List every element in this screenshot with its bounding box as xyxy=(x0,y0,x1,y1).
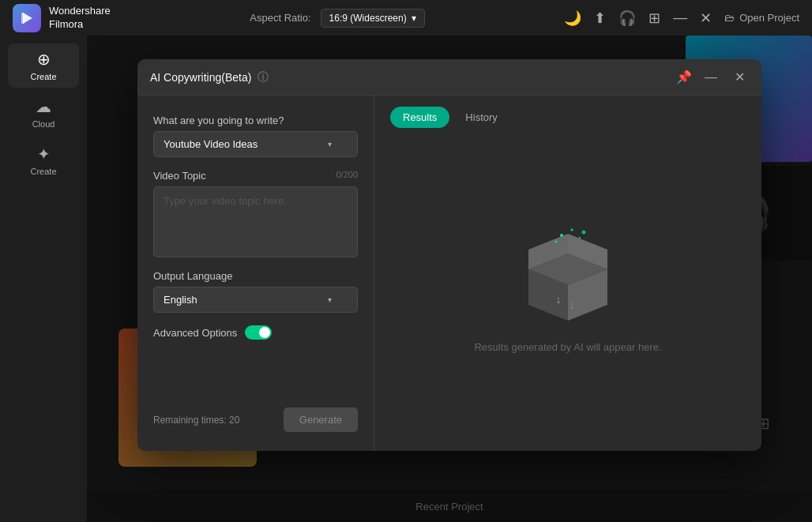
advanced-options-label: Advanced Options xyxy=(153,327,237,339)
remaining-text: Remaining times: 20 xyxy=(153,415,239,426)
app-branding: Wondershare Filmora xyxy=(13,4,111,32)
modal-header: AI Copywriting(Beta) ⓘ 📌 — ✕ xyxy=(137,59,761,96)
modal-overlay: AI Copywriting(Beta) ⓘ 📌 — ✕ What are yo xyxy=(87,36,812,522)
modal-minimize-icon[interactable]: — xyxy=(701,68,720,87)
headphone-icon[interactable]: 🎧 xyxy=(618,9,636,27)
video-topic-group: Video Topic 0/200 xyxy=(153,170,358,257)
write-select[interactable]: Youtube Video Ideas ▾ xyxy=(153,131,358,157)
svg-point-11 xyxy=(582,231,586,235)
svg-rect-1 xyxy=(21,13,24,24)
svg-point-9 xyxy=(579,237,581,238)
empty-state-illustration: ↓ ↓ xyxy=(513,226,623,329)
write-select-value: Youtube Video Ideas xyxy=(164,138,258,150)
modal-close-icon[interactable]: ✕ xyxy=(730,68,749,87)
folder-icon: 🗁 xyxy=(724,12,735,24)
grid-icon[interactable]: ⊞ xyxy=(648,9,660,27)
results-empty-text: Results generated by AI will appear here… xyxy=(474,341,661,353)
aspect-select[interactable]: 16:9 (Widescreen) ▾ xyxy=(321,9,425,28)
modal-controls: 📌 — ✕ xyxy=(676,68,749,87)
open-project-button[interactable]: 🗁 Open Project xyxy=(724,12,799,24)
aspect-ratio-control: Aspect Ratio: 16:9 (Widescreen) ▾ xyxy=(250,9,424,28)
svg-point-10 xyxy=(555,241,558,243)
sidebar: ⊕ Create ☁ Cloud ✦ Create xyxy=(0,36,87,522)
write-field-label: What are you going to write? xyxy=(153,115,358,126)
app-name: Wondershare Filmora xyxy=(49,5,111,32)
sidebar-item-cloud[interactable]: ☁ Cloud xyxy=(8,91,79,135)
write-select-arrow-icon: ▾ xyxy=(328,140,332,148)
minimize-icon[interactable]: — xyxy=(673,9,687,26)
sun-icon[interactable]: 🌙 xyxy=(564,9,581,27)
aspect-value: 16:9 (Widescreen) xyxy=(329,13,407,24)
advanced-options-row: Advanced Options xyxy=(153,325,358,340)
language-select-arrow-icon: ▾ xyxy=(328,295,332,304)
plus-icon: ⊕ xyxy=(37,50,51,69)
write-field-group: What are you going to write? Youtube Vid… xyxy=(153,115,358,157)
content-area: 🎧 › ↻ ⊞ #Fi Funny Recent Project xyxy=(87,36,812,522)
main-layout: ⊕ Create ☁ Cloud ✦ Create 🎧 › ↻ ⊞ #Fi Fu… xyxy=(0,36,812,522)
cloud-icon: ☁ xyxy=(36,97,51,116)
download-icon[interactable]: ⬆ xyxy=(594,9,606,27)
output-language-label: Output Language xyxy=(153,270,358,282)
title-bar: Wondershare Filmora Aspect Ratio: 16:9 (… xyxy=(0,0,812,36)
video-topic-label: Video Topic 0/200 xyxy=(153,170,358,182)
svg-point-7 xyxy=(560,234,563,237)
svg-text:↓: ↓ xyxy=(556,293,562,306)
bottom-row: Remaining times: 20 Generate xyxy=(153,407,358,432)
toggle-knob xyxy=(259,327,270,338)
sidebar-item-create2[interactable]: ✦ Create xyxy=(8,138,79,182)
generate-button[interactable]: Generate xyxy=(284,407,358,432)
sidebar-item-create[interactable]: ⊕ Create xyxy=(8,43,79,88)
pin-icon[interactable]: 📌 xyxy=(676,69,692,84)
advanced-options-toggle[interactable] xyxy=(245,325,272,340)
video-topic-textarea-wrapper xyxy=(153,186,358,257)
char-count: 0/200 xyxy=(336,170,358,179)
info-icon[interactable]: ⓘ xyxy=(258,70,269,84)
close-icon[interactable]: ✕ xyxy=(700,9,712,27)
video-topic-input[interactable] xyxy=(164,195,348,249)
star-icon: ✦ xyxy=(37,145,51,163)
title-bar-right: 🌙 ⬆ 🎧 ⊞ — ✕ 🗁 Open Project xyxy=(564,9,799,27)
language-select-value: English xyxy=(164,294,197,306)
language-select[interactable]: English ▾ xyxy=(153,287,358,313)
app-logo xyxy=(13,4,41,32)
tab-results[interactable]: Results xyxy=(390,107,449,128)
results-area: ↓ ↓ Results generated by AI will appear … xyxy=(374,128,761,451)
aspect-label: Aspect Ratio: xyxy=(250,12,310,24)
left-panel: What are you going to write? Youtube Vid… xyxy=(137,96,374,451)
modal-title-group: AI Copywriting(Beta) ⓘ xyxy=(150,70,269,84)
svg-point-8 xyxy=(571,229,573,231)
svg-text:↓: ↓ xyxy=(569,298,575,311)
tab-history[interactable]: History xyxy=(453,107,509,128)
aspect-chevron-icon: ▾ xyxy=(412,13,416,24)
tabs-row: Results History xyxy=(374,96,761,128)
right-panel: Results History xyxy=(374,96,761,451)
modal-title: AI Copywriting(Beta) xyxy=(150,71,251,84)
output-language-group: Output Language English ▾ xyxy=(153,270,358,313)
modal-body: What are you going to write? Youtube Vid… xyxy=(137,96,761,451)
ai-copywriting-modal: AI Copywriting(Beta) ⓘ 📌 — ✕ What are yo xyxy=(137,59,761,451)
